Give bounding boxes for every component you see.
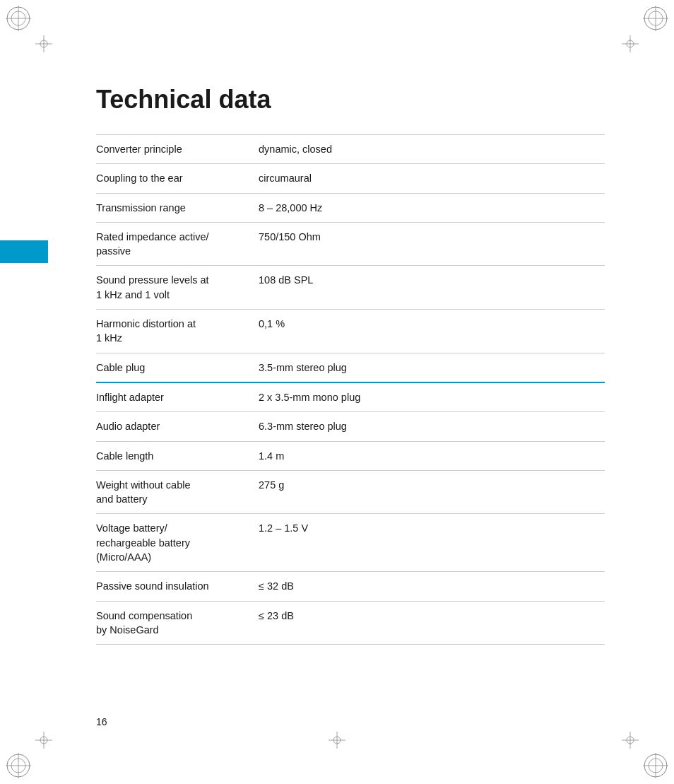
table-row: Rated impedance active/passive750/150 Oh… xyxy=(96,222,605,266)
spec-value: ≤ 23 dB xyxy=(259,601,605,645)
spec-value: dynamic, closed xyxy=(259,135,605,164)
spec-value: 3.5-mm stereo plug xyxy=(259,353,605,382)
spec-value: 1.4 m xyxy=(259,441,605,470)
table-row: Weight without cableand battery275 g xyxy=(96,470,605,514)
table-row: Coupling to the earcircumaural xyxy=(96,164,605,193)
table-row: Audio adapter6.3-mm stereo plug xyxy=(96,412,605,441)
reg-mark-top-right xyxy=(643,6,668,31)
reg-mark-top-left xyxy=(6,6,31,31)
reg-mark-bottom-right xyxy=(643,753,668,778)
spec-label: Converter principle xyxy=(96,135,259,164)
spec-label: Sound compensationby NoiseGard xyxy=(96,601,259,645)
table-row: Cable length1.4 m xyxy=(96,441,605,470)
spec-label: Transmission range xyxy=(96,193,259,222)
table-row: Voltage battery/rechargeable battery(Mic… xyxy=(96,514,605,572)
spec-label: Sound pressure levels at1 kHz and 1 volt xyxy=(96,266,259,310)
spec-label: Weight without cableand battery xyxy=(96,470,259,514)
page-title: Technical data xyxy=(96,85,605,115)
table-row: Sound compensationby NoiseGard≤ 23 dB xyxy=(96,601,605,645)
spec-value: ≤ 32 dB xyxy=(259,572,605,601)
spec-value: 1.2 – 1.5 V xyxy=(259,514,605,572)
spec-value: 0,1 % xyxy=(259,310,605,353)
reg-inner-br xyxy=(622,732,639,749)
spec-label: Coupling to the ear xyxy=(96,164,259,193)
main-content: Technical data Converter principledynami… xyxy=(96,85,605,645)
table-row: Inflight adapter2 x 3.5-mm mono plug xyxy=(96,382,605,412)
page-number: 16 xyxy=(96,716,107,727)
spec-value: 8 – 28,000 Hz xyxy=(259,193,605,222)
reg-bottom-center xyxy=(329,732,345,749)
spec-value: 6.3-mm stereo plug xyxy=(259,412,605,441)
table-row: Sound pressure levels at1 kHz and 1 volt… xyxy=(96,266,605,310)
spec-label: Passive sound insulation xyxy=(96,572,259,601)
blue-accent-bar xyxy=(0,240,48,263)
spec-value: circumaural xyxy=(259,164,605,193)
spec-label: Inflight adapter xyxy=(96,382,259,412)
table-row: Converter principledynamic, closed xyxy=(96,135,605,164)
spec-value: 2 x 3.5-mm mono plug xyxy=(259,382,605,412)
reg-inner-bl xyxy=(35,732,52,749)
spec-label: Cable length xyxy=(96,441,259,470)
spec-label: Rated impedance active/passive xyxy=(96,222,259,266)
spec-value: 275 g xyxy=(259,470,605,514)
table-row: Cable plug3.5-mm stereo plug xyxy=(96,353,605,382)
reg-inner-tr xyxy=(622,35,639,52)
table-row: Passive sound insulation≤ 32 dB xyxy=(96,572,605,601)
spec-label: Harmonic distortion at1 kHz xyxy=(96,310,259,353)
spec-label: Audio adapter xyxy=(96,412,259,441)
reg-mark-bottom-left xyxy=(6,753,31,778)
spec-label: Voltage battery/rechargeable battery(Mic… xyxy=(96,514,259,572)
spec-label: Cable plug xyxy=(96,353,259,382)
table-row: Transmission range8 – 28,000 Hz xyxy=(96,193,605,222)
table-row: Harmonic distortion at1 kHz0,1 % xyxy=(96,310,605,353)
reg-inner-tl xyxy=(35,35,52,52)
spec-value: 108 dB SPL xyxy=(259,266,605,310)
spec-value: 750/150 Ohm xyxy=(259,222,605,266)
spec-table: Converter principledynamic, closedCoupli… xyxy=(96,134,605,645)
